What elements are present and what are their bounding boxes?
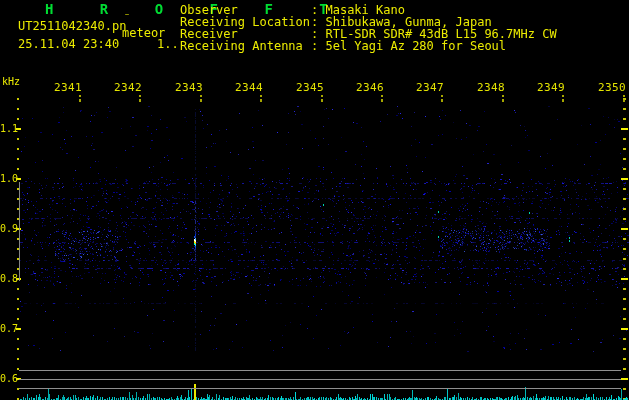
y-axis-label: 1.1 <box>0 124 18 134</box>
y-axis-label: 0.8 <box>0 274 18 284</box>
x-axis-tick-label: 2344 <box>235 83 263 93</box>
signal-level-gridline <box>19 379 621 380</box>
x-axis-tick-label: 2346 <box>356 83 384 93</box>
signal-level-gridline <box>19 388 621 389</box>
x-axis-tick-label: 2349 <box>537 83 565 93</box>
hrofft-screen: H R O F F T UT2511042340.pn ¨ meteor 25.… <box>0 0 629 400</box>
x-axis-tick-label: 2347 <box>416 83 444 93</box>
spectrogram-canvas <box>0 0 629 400</box>
signal-level-gridline <box>19 370 621 371</box>
y-axis-label: 0.9 <box>0 224 18 234</box>
x-axis-tick-label: 2350 <box>598 83 626 93</box>
x-axis-tick-label: 2343 <box>175 83 203 93</box>
frequency-band-marker <box>19 182 20 281</box>
filename-overlap-artifact: ¨ <box>124 15 130 23</box>
capture-datetime: 25.11.04 23:40 <box>18 38 119 50</box>
info-value: 5el Yagi Az 280 for Seoul <box>325 39 506 53</box>
observation-info: Observer: Masaki KanoReceiving Location:… <box>180 4 557 52</box>
x-axis-tick-label: 2345 <box>296 83 324 93</box>
capture-filename: UT2511042340.pn <box>18 20 126 32</box>
x-axis-tick-label: 2341 <box>54 83 82 93</box>
y-axis-label: 0.6 <box>0 374 18 384</box>
info-colon: : <box>311 39 325 53</box>
x-axis-tick-label: 2342 <box>114 83 142 93</box>
status-counter: 1.. <box>157 38 179 50</box>
y-axis-unit: kHz <box>2 77 20 87</box>
info-label: Receiving Antenna <box>180 40 311 52</box>
y-axis-label: 1.0 <box>0 174 18 184</box>
info-row: Receiving Antenna: 5el Yagi Az 280 for S… <box>180 40 557 52</box>
x-axis-tick-label: 2348 <box>477 83 505 93</box>
y-axis-label: 0.7 <box>0 324 18 334</box>
